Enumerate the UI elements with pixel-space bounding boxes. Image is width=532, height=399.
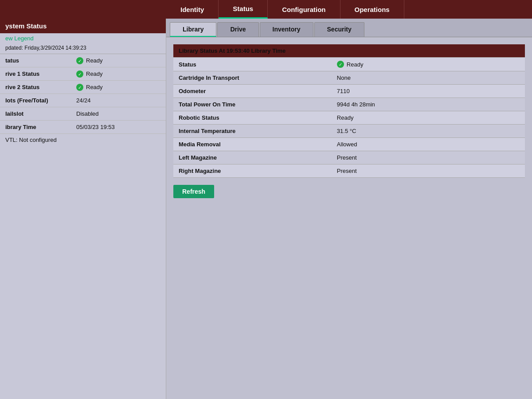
- sidebar-row-libtime: ibrary Time 05/03/23 19:53: [0, 121, 166, 134]
- sidebar-vtl: VTL: Not configured: [0, 134, 166, 146]
- table-row: Robotic Status Ready: [173, 111, 525, 125]
- sidebar-value-slots: 24/24: [76, 97, 91, 104]
- row-value-left-mag: Present: [332, 151, 525, 164]
- table-row: Left Magazine Present: [173, 151, 525, 164]
- sidebar: ystem Status ew Legend pdated: Friday,3/…: [0, 19, 166, 399]
- library-status-header: Library Status At 19:53:40 Library Time: [173, 44, 525, 58]
- library-status-table: Library Status At 19:53:40 Library Time …: [173, 44, 525, 178]
- main-content: Library Drive Inventory Security Library…: [166, 19, 532, 399]
- subtab-inventory[interactable]: Inventory: [260, 22, 313, 37]
- status-ready-icon: [337, 61, 344, 68]
- table-row: Status Ready: [173, 58, 525, 71]
- tab-configuration[interactable]: Configuration: [268, 0, 340, 19]
- sidebar-label-status: tatus: [5, 57, 76, 64]
- tab-status[interactable]: Status: [219, 0, 268, 19]
- sub-tabs: Library Drive Inventory Security: [166, 19, 532, 37]
- sidebar-label-libtime: ibrary Time: [5, 124, 76, 130]
- table-row: Total Power On Time 994d 4h 28min: [173, 98, 525, 111]
- row-label-odometer: Odometer: [173, 85, 332, 98]
- table-row: Odometer 7110: [173, 85, 525, 98]
- row-label-status: Status: [173, 58, 332, 71]
- sidebar-top-bg: [0, 0, 166, 19]
- row-label-cartridge: Cartridge In Transport: [173, 71, 332, 85]
- sidebar-label-mailslot: lailslot: [5, 110, 76, 117]
- drive1-check-icon: [76, 70, 83, 78]
- sidebar-row-mailslot: lailslot Disabled: [0, 107, 166, 121]
- sidebar-value-drive1: Ready: [76, 70, 103, 78]
- legend-link[interactable]: ew Legend: [0, 33, 166, 43]
- row-value-cartridge: None: [332, 71, 525, 85]
- sidebar-value-status: Ready: [76, 57, 103, 64]
- table-row: Media Removal Allowed: [173, 138, 525, 151]
- row-value-media-removal: Allowed: [332, 138, 525, 151]
- sidebar-label-drive2: rive 2 Status: [5, 84, 76, 90]
- row-label-right-mag: Right Magazine: [173, 164, 332, 178]
- sidebar-label-slots: lots (Free/Total): [5, 97, 76, 104]
- sidebar-row-slots: lots (Free/Total) 24/24: [0, 94, 166, 107]
- sidebar-row-status: tatus Ready: [0, 54, 166, 67]
- top-nav-area: Identity Status Configuration Operations: [0, 0, 532, 19]
- main-layout: ystem Status ew Legend pdated: Friday,3/…: [0, 19, 532, 399]
- row-value-robotic: Ready: [332, 111, 525, 125]
- status-check-icon: [76, 57, 83, 64]
- subtab-security[interactable]: Security: [314, 22, 364, 37]
- subtab-drive[interactable]: Drive: [217, 22, 258, 37]
- row-value-power: 994d 4h 28min: [332, 98, 525, 111]
- sidebar-updated: pdated: Friday,3/29/2024 14:39:23: [0, 43, 166, 54]
- row-label-temperature: Internal Temperature: [173, 125, 332, 138]
- table-row: Right Magazine Present: [173, 164, 525, 178]
- row-value-right-mag: Present: [332, 164, 525, 178]
- table-row: Internal Temperature 31.5 °C: [173, 125, 525, 138]
- tab-identity[interactable]: Identity: [166, 0, 219, 19]
- sidebar-row-drive2: rive 2 Status Ready: [0, 81, 166, 94]
- sidebar-value-libtime: 05/03/23 19:53: [76, 124, 115, 130]
- sidebar-header: ystem Status: [0, 19, 166, 33]
- row-value-status: Ready: [332, 58, 525, 71]
- nav-tabs-area: Identity Status Configuration Operations: [166, 0, 532, 19]
- row-value-odometer: 7110: [332, 85, 525, 98]
- sidebar-value-mailslot: Disabled: [76, 110, 99, 117]
- row-value-temperature: 31.5 °C: [332, 125, 525, 138]
- row-label-left-mag: Left Magazine: [173, 151, 332, 164]
- sidebar-value-drive2: Ready: [76, 84, 103, 91]
- subtab-library[interactable]: Library: [170, 22, 216, 37]
- library-table-area: Library Status At 19:53:40 Library Time …: [166, 37, 532, 399]
- sidebar-label-drive1: rive 1 Status: [5, 70, 76, 77]
- row-label-robotic: Robotic Status: [173, 111, 332, 125]
- row-label-media-removal: Media Removal: [173, 138, 332, 151]
- row-label-power: Total Power On Time: [173, 98, 332, 111]
- sidebar-row-drive1: rive 1 Status Ready: [0, 67, 166, 81]
- table-row: Cartridge In Transport None: [173, 71, 525, 85]
- drive2-check-icon: [76, 84, 83, 91]
- refresh-button[interactable]: Refresh: [173, 185, 214, 198]
- tab-operations[interactable]: Operations: [340, 0, 404, 19]
